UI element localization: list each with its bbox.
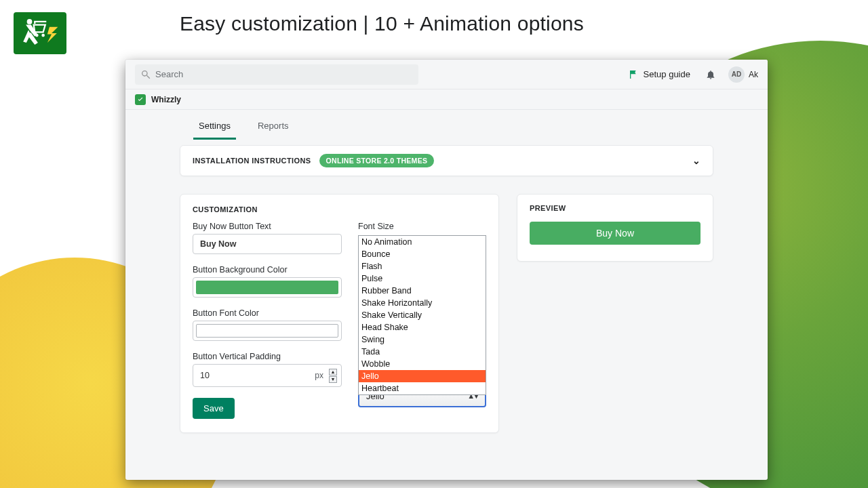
- animation-options-listbox[interactable]: No AnimationBounceFlashPulseRubber BandS…: [358, 235, 486, 395]
- app-window: Search Setup guide AD Ak Whizzly Setting…: [125, 60, 768, 480]
- save-button[interactable]: Save: [193, 398, 235, 419]
- animation-option[interactable]: Head Shake: [359, 321, 486, 333]
- search-input[interactable]: Search: [135, 64, 418, 85]
- font-color-swatch: [196, 324, 338, 338]
- notifications-button[interactable]: [705, 69, 716, 80]
- preview-card: PREVIEW Buy Now: [517, 194, 713, 262]
- animation-option[interactable]: Shake Vertically: [359, 309, 486, 321]
- animation-option[interactable]: Wobble: [359, 358, 486, 370]
- preview-buy-now-button[interactable]: Buy Now: [530, 222, 701, 245]
- bg-color-label: Button Background Color: [193, 265, 342, 274]
- chevron-down-icon: ⌄: [692, 155, 701, 166]
- installation-instructions-card[interactable]: INSTALLATION INSTRUCTIONS ONLINE STORE 2…: [180, 145, 713, 176]
- animation-option[interactable]: Flash: [359, 260, 486, 272]
- buy-now-text-input[interactable]: [193, 234, 342, 254]
- vpad-unit: px: [315, 371, 323, 380]
- tab-reports[interactable]: Reports: [252, 114, 294, 140]
- font-color-input[interactable]: [193, 321, 342, 341]
- font-color-label: Button Font Color: [193, 308, 342, 318]
- vpad-stepper[interactable]: ▲ ▼: [329, 369, 337, 383]
- animation-option[interactable]: Heartbeat: [359, 382, 486, 394]
- customization-title: CUSTOMIZATION: [193, 205, 486, 214]
- svg-point-1: [35, 34, 39, 37]
- flag-icon: [629, 69, 639, 80]
- animation-option[interactable]: Pulse: [359, 272, 486, 285]
- setup-guide-link[interactable]: Setup guide: [629, 69, 690, 80]
- tab-settings[interactable]: Settings: [193, 114, 236, 140]
- stepper-up-icon[interactable]: ▲: [329, 369, 337, 375]
- app-name: Whizzly: [151, 95, 181, 104]
- vpad-input[interactable]: 10 px ▲ ▼: [193, 364, 342, 387]
- animation-option[interactable]: Shake Horizontally: [359, 297, 486, 309]
- tabs: Settings Reports: [125, 113, 768, 140]
- promo-headline: Easy customization | 10 + Animation opti…: [180, 12, 695, 35]
- font-size-label: Font Size: [358, 222, 486, 231]
- topbar: Search Setup guide AD Ak: [125, 60, 768, 89]
- stepper-down-icon[interactable]: ▼: [329, 376, 337, 383]
- bg-color-input[interactable]: [193, 277, 342, 298]
- animation-option[interactable]: Jello: [359, 370, 486, 382]
- bg-color-swatch: [196, 281, 338, 294]
- preview-title: PREVIEW: [530, 204, 701, 212]
- bell-icon: [705, 69, 716, 80]
- setup-guide-label: Setup guide: [644, 69, 690, 79]
- account-short-label: Ak: [749, 70, 758, 79]
- installation-title: INSTALLATION INSTRUCTIONS: [193, 157, 311, 165]
- app-logo-badge: [14, 12, 66, 54]
- online-store-badge: ONLINE STORE 2.0 THEMES: [319, 154, 435, 167]
- app-mini-icon: [135, 94, 146, 105]
- svg-point-0: [27, 19, 33, 24]
- animation-option[interactable]: Swing: [359, 333, 486, 346]
- avatar[interactable]: AD: [728, 66, 745, 83]
- animation-option[interactable]: No Animation: [359, 236, 486, 248]
- customization-card: CUSTOMIZATION Buy Now Button Text Button…: [180, 194, 499, 433]
- vpad-value: 10: [200, 371, 210, 380]
- app-bar: Whizzly: [125, 89, 768, 110]
- svg-point-2: [41, 34, 45, 37]
- animation-option[interactable]: Rubber Band: [359, 285, 486, 297]
- search-icon: [140, 69, 151, 80]
- search-placeholder: Search: [155, 69, 183, 79]
- animation-option[interactable]: Tada: [359, 346, 486, 358]
- vpad-label: Button Vertical Padding: [193, 352, 342, 361]
- buy-now-text-label: Buy Now Button Text: [193, 222, 342, 231]
- animation-option[interactable]: Bounce: [359, 248, 486, 260]
- svg-rect-3: [630, 70, 631, 79]
